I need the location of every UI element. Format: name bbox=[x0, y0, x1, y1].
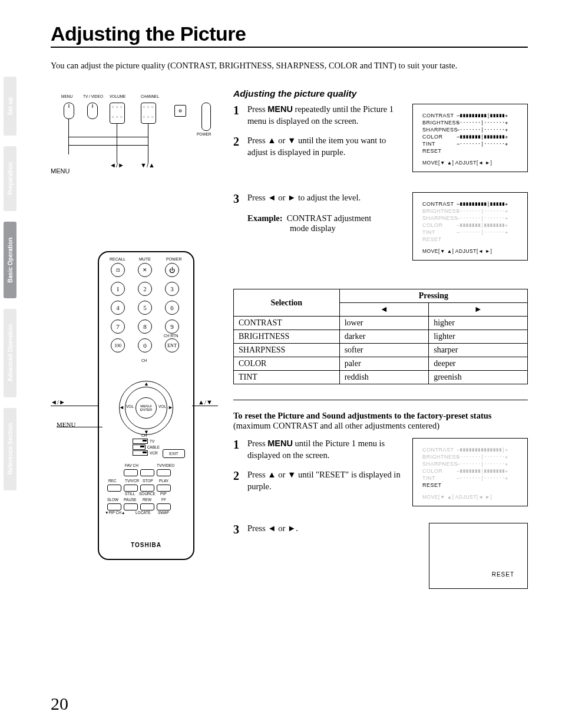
osd-screen-3: CONTRAST−∎∎∎∎∎∎∎∎∎∎∎∎∎∎|+ BRIGHTNESS−···… bbox=[412, 438, 528, 506]
table-row: COLORpalerdeeper bbox=[234, 357, 528, 371]
table-row: SHARPNESSsoftersharper bbox=[234, 344, 528, 357]
reset-step-3: 3 Press ◄ or ►. bbox=[233, 523, 418, 536]
remote-diagram: RECALL MUTE POWER ⊡ ✕ ⏻ 1 2 3 4 5 6 7 8 bbox=[51, 251, 233, 569]
tab-reference-section: Reference Section bbox=[4, 408, 16, 490]
reset-result-box: RESET bbox=[429, 523, 528, 589]
table-row: BRIGHTNESSdarkerlighter bbox=[234, 330, 528, 344]
reset-heading: To reset the Picture and Sound adjustmen… bbox=[233, 411, 528, 421]
step-2: 2 Press ▲ or ▼ until the item you want t… bbox=[233, 135, 402, 158]
step-1: 1 Press MENU repeatedly until the Pictur… bbox=[233, 104, 402, 127]
reset-step-1: 1 Press MENU until the Picture 1 menu is… bbox=[233, 438, 402, 461]
callout-menu: MENU bbox=[51, 167, 70, 174]
table-row: CONTRASTlowerhigher bbox=[234, 317, 528, 330]
page-number: 20 bbox=[51, 694, 68, 714]
side-tabs: Set up Preparation Basic Operation Advan… bbox=[0, 0, 25, 601]
osd-screen-1: CONTRAST−∎∎∎∎∎∎∎∎∎|∎∎∎∎∎+ BRIGHTNESS−···… bbox=[412, 104, 528, 172]
tab-setup: Set up bbox=[4, 77, 16, 136]
table-row: TINTreddishgreenish bbox=[234, 371, 528, 384]
callout-left-right: ◄/► bbox=[110, 162, 124, 169]
intro-text: You can adjust the picture quality (CONT… bbox=[51, 61, 528, 71]
step-3: 3 Press ◄ or ► to adjust the level. bbox=[233, 192, 402, 205]
tab-basic-operation: Basic Operation bbox=[4, 222, 16, 298]
divider bbox=[233, 400, 528, 400]
tab-preparation: Preparation bbox=[4, 146, 16, 211]
reset-subtext: (maximum CONTRAST and all other adjustme… bbox=[233, 421, 528, 431]
reset-step-2: 2 Press ▲ or ▼ until "RESET" is displaye… bbox=[233, 469, 402, 492]
osd-screen-2: CONTRAST−∎∎∎∎∎∎∎∎∎|∎∎∎∎∎+ BRIGHTNESS−···… bbox=[412, 192, 528, 261]
title-rule bbox=[51, 47, 528, 48]
tab-advanced-operation: Advanced Operation bbox=[4, 309, 16, 397]
adjustment-table: Selection Pressing ◄ ► CONTRASTlowerhigh… bbox=[233, 289, 528, 384]
callout-up-down: ▼/▲ bbox=[140, 162, 155, 169]
example-text: Example: CONTRAST adjustment mode displa… bbox=[247, 213, 402, 233]
tv-panel-diagram: MENU TV / VIDEO VOLUME CHANNEL ○ ○ ○○ ○ … bbox=[51, 92, 216, 186]
page-title: Adjusting the Picture bbox=[51, 22, 528, 45]
section-heading-adjust: Adjusting the picture quality bbox=[233, 88, 528, 99]
